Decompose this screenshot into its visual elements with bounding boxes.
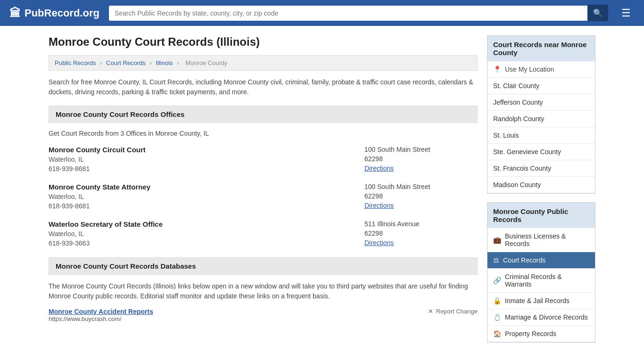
sidebar-item-madison[interactable]: Madison County: [487, 177, 595, 193]
directions-link[interactable]: Directions: [364, 165, 394, 172]
sidebar-near-section: Court Records near Monroe County 📍 Use M…: [487, 35, 595, 194]
sidebar-pub-header: Monroe County Public Records: [487, 203, 595, 228]
directions-link[interactable]: Directions: [364, 202, 394, 209]
sidebar-item-label: St. Louis: [493, 132, 519, 139]
search-button[interactable]: 🔍: [587, 5, 608, 21]
logo[interactable]: 🏛 PubRecord.org: [9, 7, 99, 20]
sidebar-item-property-records[interactable]: 🏠 Property Records: [487, 326, 595, 342]
page-container: Monroe County Court Records (Illinois) P…: [39, 26, 605, 352]
db-entry-left: Monroe County Accident Reports https://w…: [49, 308, 153, 322]
office-address: 511 Illinois Avenue: [364, 220, 478, 228]
sidebar-item-label: St. Francois County: [493, 165, 551, 172]
office-left: Waterloo Secretary of State Office Water…: [49, 220, 364, 247]
sidebar-near-header: Court Records near Monroe County: [487, 36, 595, 61]
sidebar-item-st-louis[interactable]: St. Louis: [487, 127, 595, 144]
office-city: Waterloo, IL: [49, 156, 364, 163]
office-city: Waterloo, IL: [49, 230, 364, 238]
office-address: 100 South Main Street: [364, 183, 478, 190]
menu-button[interactable]: ☰: [618, 5, 635, 21]
databases-section-header: Monroe County Court Records Databases: [49, 257, 478, 275]
sidebar-item-court-records[interactable]: ⚖ Court Records: [487, 252, 595, 269]
offices-count: Get Court Records from 3 Offices in Monr…: [49, 130, 478, 137]
office-city: Waterloo, IL: [49, 193, 364, 200]
office-right: 100 South Main Street 62298 Directions: [364, 183, 478, 210]
sidebar-item-ste-genevieve[interactable]: Ste. Genevieve County: [487, 144, 595, 160]
sidebar-item-label: Randolph County: [493, 115, 544, 123]
house-icon: 🏠: [493, 330, 501, 337]
office-left: Monroe County State Attorney Waterloo, I…: [49, 183, 364, 210]
sidebar-item-label: Criminal Records & Warrants: [505, 273, 589, 288]
sidebar-item-label: Property Records: [505, 330, 556, 337]
office-zip: 62298: [364, 192, 478, 200]
lock-icon: 🔒: [493, 297, 501, 304]
offices-section-header: Monroe County Court Records Offices: [49, 106, 478, 123]
office-left: Monroe County Circuit Court Waterloo, IL…: [49, 146, 364, 173]
office-entry: Monroe County Circuit Court Waterloo, IL…: [49, 146, 478, 173]
sidebar-item-st-francois[interactable]: St. Francois County: [487, 160, 595, 177]
sidebar-item-label: Marriage & Divorce Records: [505, 313, 588, 321]
sidebar-item-label: Madison County: [493, 181, 541, 189]
sidebar-item-label: Business Licenses & Records: [505, 232, 589, 247]
sidebar-item-criminal-records[interactable]: 🔗 Criminal Records & Warrants: [487, 269, 595, 293]
sidebar-item-st-clair[interactable]: St. Clair County: [487, 78, 595, 94]
report-change-button[interactable]: ✕ Report Change: [428, 308, 478, 315]
report-change-label: Report Change: [436, 308, 478, 315]
breadcrumb-illinois[interactable]: Illinois: [156, 59, 173, 66]
sidebar-use-location[interactable]: 📍 Use My Location: [487, 61, 595, 78]
office-phone: 618-939-8681: [49, 202, 364, 210]
breadcrumb-sep-1: ›: [100, 59, 102, 66]
site-header: 🏛 PubRecord.org 🔍 ☰: [0, 0, 644, 26]
office-name: Monroe County Circuit Court: [49, 146, 364, 154]
directions-link[interactable]: Directions: [364, 239, 394, 247]
sidebar-item-label: Jefferson County: [493, 99, 543, 106]
office-name: Monroe County State Attorney: [49, 183, 364, 191]
sidebar-item-label: Ste. Genevieve County: [493, 148, 561, 156]
office-name: Waterloo Secretary of State Office: [49, 220, 364, 228]
sidebar-pub-section: Monroe County Public Records 💼 Business …: [487, 202, 595, 343]
use-location-label: Use My Location: [505, 66, 554, 73]
page-title: Monroe County Court Records (Illinois): [49, 35, 478, 49]
breadcrumb: Public Records › Court Records › Illinoi…: [49, 55, 478, 71]
sidebar-item-marriage-records[interactable]: 💍 Marriage & Divorce Records: [487, 309, 595, 326]
breadcrumb-sep-3: ›: [177, 59, 179, 66]
sidebar-item-randolph[interactable]: Randolph County: [487, 111, 595, 127]
office-phone: 618-939-8681: [49, 165, 364, 173]
link-icon: 🔗: [493, 277, 501, 284]
breadcrumb-sep-2: ›: [149, 59, 151, 66]
office-right: 511 Illinois Avenue 62298 Directions: [364, 220, 478, 247]
sidebar-item-label: St. Clair County: [493, 82, 539, 90]
office-zip: 62298: [364, 230, 478, 237]
hamburger-icon: ☰: [621, 7, 631, 19]
db-entry: Monroe County Accident Reports https://w…: [49, 308, 478, 322]
sidebar-item-business-licenses[interactable]: 💼 Business Licenses & Records: [487, 228, 595, 252]
sidebar-item-label: Court Records: [503, 256, 545, 264]
logo-text: PubRecord.org: [25, 7, 99, 19]
sidebar: Court Records near Monroe County 📍 Use M…: [487, 35, 595, 343]
scales-icon: ⚖: [493, 256, 499, 264]
page-description: Search for free Monroe County, IL Court …: [49, 77, 478, 97]
sidebar-item-inmate-records[interactable]: 🔒 Inmate & Jail Records: [487, 293, 595, 309]
main-content: Monroe County Court Records (Illinois) P…: [49, 35, 478, 343]
office-address: 100 South Main Street: [364, 146, 478, 153]
search-input[interactable]: [109, 6, 587, 21]
ring-icon: 💍: [493, 313, 501, 321]
sidebar-item-jefferson[interactable]: Jefferson County: [487, 94, 595, 111]
breadcrumb-monroe-county: Monroe County: [185, 59, 227, 66]
search-bar: 🔍: [109, 5, 608, 21]
db-link[interactable]: Monroe County Accident Reports: [49, 308, 153, 315]
location-pin-icon: 📍: [493, 66, 501, 73]
databases-description: The Monroe County Court Records (Illinoi…: [49, 281, 478, 301]
breadcrumb-public-records[interactable]: Public Records: [55, 59, 96, 66]
search-icon: 🔍: [593, 9, 603, 17]
office-entry: Monroe County State Attorney Waterloo, I…: [49, 183, 478, 210]
logo-icon: 🏛: [9, 7, 21, 20]
office-right: 100 South Main Street 62298 Directions: [364, 146, 478, 173]
office-zip: 62298: [364, 155, 478, 163]
office-entry: Waterloo Secretary of State Office Water…: [49, 220, 478, 247]
sidebar-item-label: Inmate & Jail Records: [505, 297, 570, 304]
office-phone: 618-939-3663: [49, 239, 364, 247]
briefcase-icon: 💼: [493, 236, 501, 244]
breadcrumb-court-records[interactable]: Court Records: [106, 59, 146, 66]
report-change-icon: ✕: [428, 308, 433, 315]
db-url: https://www.buycrash.com/: [49, 315, 153, 322]
